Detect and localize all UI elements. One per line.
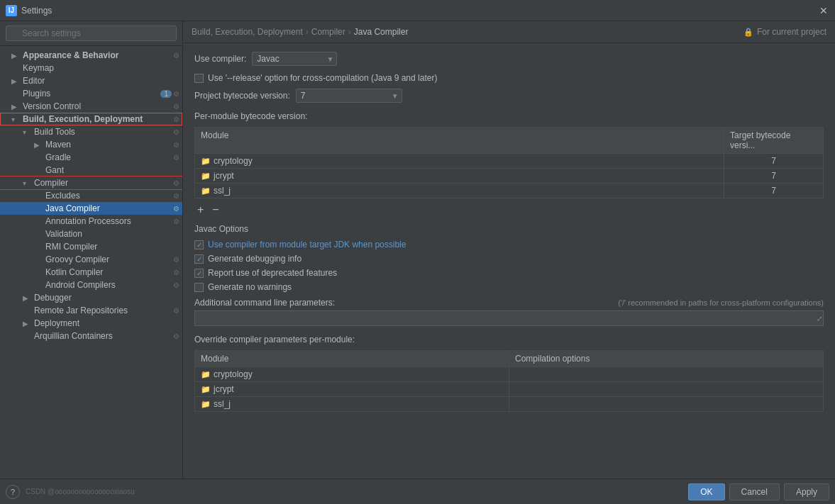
sidebar-item-gant[interactable]: Gant [0,164,182,177]
bottom-bar: ? CSDN @oooooooooooooooxiaosu OK Cancel … [0,478,835,504]
override-module-name: cryptology [214,369,253,379]
settings-icon: ⚙ [173,116,179,123]
sidebar-item-keymap[interactable]: Keymap [0,62,182,74]
window-title: Settings [21,6,52,16]
title-bar: IJ Settings ✕ [0,0,835,21]
override-options-cell [509,382,823,396]
javac-options-title: Javac Options [194,224,824,234]
sidebar-item-version-control[interactable]: ▶ Version Control ⚙ [0,100,182,113]
override-table-row: 📁 jcrypt [195,382,823,397]
expand-arrow: ▶ [11,103,23,111]
version-cell: 7 [724,154,823,168]
version-value: 7 [771,156,776,166]
cancel-button[interactable]: Cancel [729,483,780,500]
sidebar-item-compiler[interactable]: ▾ Compiler ⚙ [0,177,182,189]
settings-window: IJ Settings ✕ 🔍 ▶ Appearance & Behavior … [0,0,835,504]
sidebar-item-groovy-compiler[interactable]: Groovy Compiler ⚙ [0,253,182,266]
sidebar-item-build-execution-deployment[interactable]: ▾ Build, Execution, Deployment ⚙ [0,113,182,125]
table-row: 📁 cryptology 7 [195,154,823,169]
close-button[interactable]: ✕ [818,5,829,16]
settings-icon: ⚙ [173,281,179,289]
sidebar-item-label: Java Compiler [45,203,172,213]
search-wrapper: 🔍 [6,26,177,41]
table-toolbar: + − [194,204,824,215]
settings-icon: ⚙ [173,332,179,340]
breadcrumb-compiler: Compiler [311,27,345,37]
params-input-wrapper: ⤢ [194,310,824,326]
sidebar-item-maven[interactable]: ▶ Maven ⚙ [0,138,182,151]
help-button[interactable]: ? [6,485,20,499]
additional-params-section: Additional command line parameters: ('/'… [194,298,824,326]
version-value: 7 [771,171,776,181]
release-option-row: Use '--release' option for cross-compila… [194,73,824,83]
sidebar-item-java-compiler[interactable]: Java Compiler ⚙ [0,202,182,215]
override-module-cell: 📁 jcrypt [195,382,509,396]
override-module-cell: 📁 cryptology [195,367,509,381]
release-option-checkbox[interactable] [194,74,204,83]
expand-arrow: ▶ [11,77,23,85]
folder-icon: 📁 [201,172,211,181]
title-bar-left: IJ Settings [6,5,52,16]
settings-icon: ⚙ [173,141,179,149]
expand-arrow: ▶ [23,294,34,302]
use-compiler-select[interactable]: Javac Eclipse Ajc [252,52,337,66]
version-cell: 7 [724,184,823,198]
module-cell: 📁 ssl_j [195,184,724,198]
use-compiler-label: Use compiler: [194,54,246,64]
breadcrumb: Build, Execution, Deployment › Compiler … [183,21,835,43]
sidebar-item-annotation-processors[interactable]: Annotation Processors ⚙ [0,215,182,228]
apply-button[interactable]: Apply [784,483,829,500]
sidebar-item-plugins[interactable]: Plugins 1 ⚙ [0,87,182,100]
search-input[interactable] [6,26,177,41]
sidebar-item-label: Gradle [45,152,172,162]
use-compiler-row: Use compiler: Javac Eclipse Ajc ▼ [194,52,824,66]
sidebar-item-label: Editor [23,76,179,86]
plugins-badge: 1 [160,90,172,98]
release-option-label: Use '--release' option for cross-compila… [208,73,437,83]
sidebar-item-remote-jar-repos[interactable]: Remote Jar Repositories ⚙ [0,304,182,317]
ok-button[interactable]: OK [688,483,724,500]
sidebar-item-label: Validation [45,229,179,239]
override-table: Module Compilation options 📁 cryptology [194,350,824,412]
sidebar-item-build-tools[interactable]: ▾ Build Tools ⚙ [0,125,182,138]
remove-module-button[interactable]: − [209,204,221,215]
javac-option-1-checkbox[interactable]: ✓ [194,240,204,250]
javac-option-4-checkbox[interactable] [194,283,204,292]
settings-icon: ⚙ [173,179,179,187]
javac-option-4: Generate no warnings [194,282,824,292]
sidebar-item-deployment[interactable]: ▶ Deployment [0,317,182,330]
sidebar-item-arquillian-containers[interactable]: Arquillian Containers ⚙ [0,330,182,342]
javac-option-2: ✓ Generate debugging info [194,254,824,264]
module-name: jcrypt [214,171,234,181]
sidebar-item-appearance-behavior[interactable]: ▶ Appearance & Behavior ⚙ [0,49,182,62]
settings-icon: ⚙ [173,256,179,264]
settings-icon: ⚙ [173,205,179,213]
sidebar-item-gradle[interactable]: Gradle ⚙ [0,151,182,164]
sidebar-item-debugger[interactable]: ▶ Debugger [0,291,182,304]
javac-option-2-checkbox[interactable]: ✓ [194,254,204,264]
override-options-cell [509,367,823,381]
module-name: ssl_j [214,186,231,196]
override-table-row: 📁 ssl_j [195,397,823,411]
add-module-button[interactable]: + [194,204,206,215]
sidebar-item-kotlin-compiler[interactable]: Kotlin Compiler ⚙ [0,266,182,279]
sidebar-item-label: Excludes [45,191,172,201]
sidebar-item-rmi-compiler[interactable]: RMI Compiler [0,240,182,253]
sidebar-item-editor[interactable]: ▶ Editor [0,74,182,87]
javac-options-section: Javac Options ✓ Use compiler from module… [194,224,824,292]
sidebar-item-label: Gant [45,165,179,175]
watermark: CSDN @oooooooooooooooxiaosu [26,488,135,495]
bytecode-version-select[interactable]: 7 8 11 17 [296,89,402,103]
javac-option-3-checkbox[interactable]: ✓ [194,269,204,278]
module-name: cryptology [214,156,253,166]
sidebar-item-excludes[interactable]: Excludes ⚙ [0,189,182,202]
search-box: 🔍 [0,21,182,46]
additional-params-input[interactable] [194,310,824,326]
use-compiler-select-wrapper: Javac Eclipse Ajc ▼ [252,52,337,66]
settings-icon: ⚙ [173,90,179,98]
main-content: 🔍 ▶ Appearance & Behavior ⚙ Keymap [0,21,835,478]
override-table-header: Module Compilation options [195,351,823,367]
settings-icon: ⚙ [173,52,179,60]
sidebar-item-android-compilers[interactable]: Android Compilers ⚙ [0,279,182,291]
sidebar-item-validation[interactable]: Validation [0,228,182,240]
